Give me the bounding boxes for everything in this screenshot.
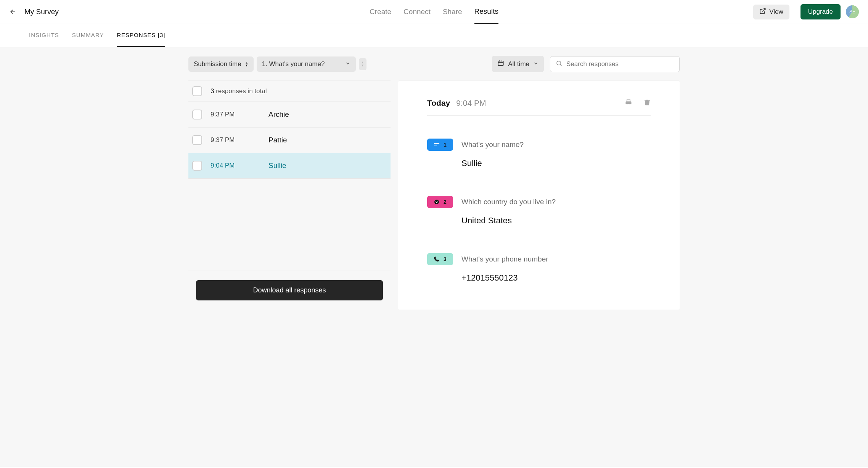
sort-label: Submission time	[194, 60, 241, 68]
question-text: What's your name?	[461, 140, 524, 149]
qa-head: 1 What's your name?	[427, 139, 651, 151]
trash-icon[interactable]	[644, 98, 651, 108]
phone-icon	[434, 256, 440, 262]
topbar-left: My Survey	[9, 8, 370, 16]
row-checkbox[interactable]	[192, 161, 202, 171]
qa-block: 3 What's your phone number +12015550123	[427, 253, 651, 283]
subtabs: INSIGHTS SUMMARY RESPONSES [3]	[0, 24, 868, 47]
question-number: 2	[444, 199, 447, 205]
detail-day: Today	[427, 98, 450, 108]
question-dropdown[interactable]: 1. What's your name?	[257, 56, 356, 72]
subtab-insights[interactable]: INSIGHTS	[29, 24, 59, 47]
row-name: Archie	[268, 110, 289, 119]
filter-row: Submission time ▲▼ 1. What's your name? …	[188, 47, 680, 81]
nav-share[interactable]: Share	[443, 0, 462, 23]
response-list: 3 responses in total 9:37 PM Archie 9:37…	[188, 81, 391, 310]
qa-head: 2 Which country do you live in?	[427, 196, 651, 208]
response-row[interactable]: 9:04 PM Sullie	[188, 153, 391, 179]
back-arrow-icon[interactable]	[9, 8, 17, 16]
search-icon	[556, 60, 563, 68]
topbar-nav: Create Connect Share Results	[370, 0, 498, 24]
svg-point-2	[434, 200, 439, 204]
list-footer: Download all responses	[188, 271, 391, 310]
view-button[interactable]: View	[753, 5, 789, 19]
question-badge: 1	[427, 139, 453, 151]
nav-connect[interactable]: Connect	[403, 0, 431, 23]
upgrade-button[interactable]: Upgrade	[800, 4, 841, 19]
select-all-checkbox[interactable]	[192, 86, 202, 96]
short-text-icon	[434, 143, 440, 147]
response-row[interactable]: 9:37 PM Pattie	[188, 127, 391, 153]
chevron-down-icon	[345, 60, 350, 68]
download-all-button[interactable]: Download all responses	[196, 280, 383, 300]
search-input-wrap[interactable]	[550, 56, 680, 72]
divider	[795, 6, 795, 18]
main: Submission time ▲▼ 1. What's your name? …	[0, 47, 868, 467]
count-number: 3	[211, 87, 214, 95]
svg-rect-0	[498, 61, 504, 66]
response-row[interactable]: 9:37 PM Archie	[188, 102, 391, 127]
qa-head: 3 What's your phone number	[427, 253, 651, 265]
response-detail: Today 9:04 PM	[398, 81, 680, 310]
detail-header: Today 9:04 PM	[427, 98, 651, 116]
external-link-icon	[759, 8, 766, 16]
qa-block: 1 What's your name? Sullie	[427, 139, 651, 168]
dropdown-icon	[434, 199, 440, 205]
row-name: Sullie	[268, 161, 286, 170]
nav-create[interactable]: Create	[370, 0, 391, 23]
secondary-sort[interactable]: ▲▼	[359, 58, 366, 70]
search-input[interactable]	[566, 60, 674, 68]
filter-left: Submission time ▲▼ 1. What's your name? …	[188, 56, 366, 72]
calendar-icon	[497, 60, 504, 68]
row-time: 9:37 PM	[211, 111, 260, 118]
detail-time: 9:04 PM	[456, 98, 486, 108]
nav-results[interactable]: Results	[474, 0, 498, 24]
svg-point-1	[557, 61, 561, 65]
qa-block: 2 Which country do you live in? United S…	[427, 196, 651, 226]
question-number: 3	[444, 256, 447, 262]
print-icon[interactable]	[625, 98, 632, 108]
chevron-down-icon	[533, 60, 538, 68]
question-text: What's your phone number	[461, 255, 548, 263]
topbar-right: View Upgrade SE	[498, 4, 859, 19]
main-inner: Submission time ▲▼ 1. What's your name? …	[159, 47, 709, 467]
survey-title: My Survey	[24, 8, 59, 16]
row-checkbox[interactable]	[192, 110, 202, 119]
view-label: View	[769, 8, 783, 16]
row-name: Pattie	[268, 136, 287, 144]
avatar-initials: SE	[849, 9, 855, 15]
question-label: 1. What's your name?	[262, 60, 325, 68]
subtab-responses[interactable]: RESPONSES [3]	[117, 24, 165, 47]
answer-text: +12015550123	[461, 273, 651, 283]
row-time: 9:37 PM	[211, 136, 260, 144]
count-suffix: responses in total	[216, 87, 267, 95]
avatar[interactable]: SE	[846, 5, 859, 18]
detail-actions	[625, 98, 651, 108]
answer-text: Sullie	[461, 158, 651, 168]
content-row: 3 responses in total 9:37 PM Archie 9:37…	[188, 81, 680, 310]
sort-icon: ▲▼	[245, 61, 248, 67]
list-header: 3 responses in total	[188, 81, 391, 102]
question-number: 1	[444, 142, 447, 148]
question-badge: 3	[427, 253, 453, 265]
row-checkbox[interactable]	[192, 135, 202, 145]
question-text: Which country do you live in?	[461, 198, 556, 206]
filter-right: All time	[492, 56, 680, 72]
top-bar: My Survey Create Connect Share Results V…	[0, 0, 868, 24]
count-label: 3 responses in total	[211, 87, 267, 95]
time-filter-dropdown[interactable]: All time	[492, 56, 544, 72]
row-time: 9:04 PM	[211, 162, 260, 169]
time-filter-label: All time	[508, 60, 529, 68]
sort-dropdown[interactable]: Submission time ▲▼	[188, 56, 254, 72]
question-badge: 2	[427, 196, 453, 208]
answer-text: United States	[461, 216, 651, 226]
subtab-summary[interactable]: SUMMARY	[72, 24, 104, 47]
